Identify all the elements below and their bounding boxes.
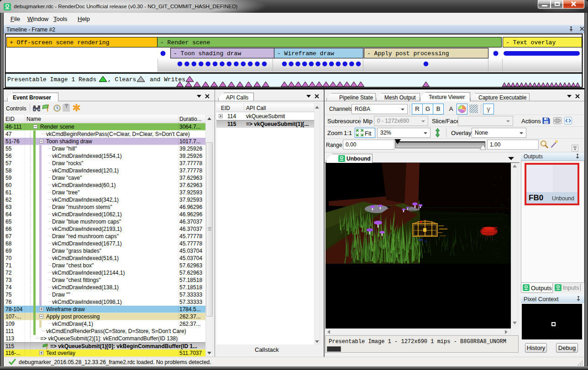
svg-text:+ Off-screen scene rendering: + Off-screen scene rendering (10, 39, 109, 46)
svg-text:- Wireframe draw: - Wireframe draw (277, 50, 334, 57)
svg-text:, Clears: , Clears (108, 76, 136, 83)
svg-text:- Text overlay: - Text overlay (506, 39, 556, 46)
svg-text:- Render scene: - Render scene (160, 39, 210, 46)
svg-text:- Toon shading draw: - Toon shading draw (173, 50, 241, 57)
svg-text:- Apply post processing: - Apply post processing (367, 50, 449, 57)
svg-text:Presentable Image 1 Reads: Presentable Image 1 Reads (7, 76, 96, 83)
